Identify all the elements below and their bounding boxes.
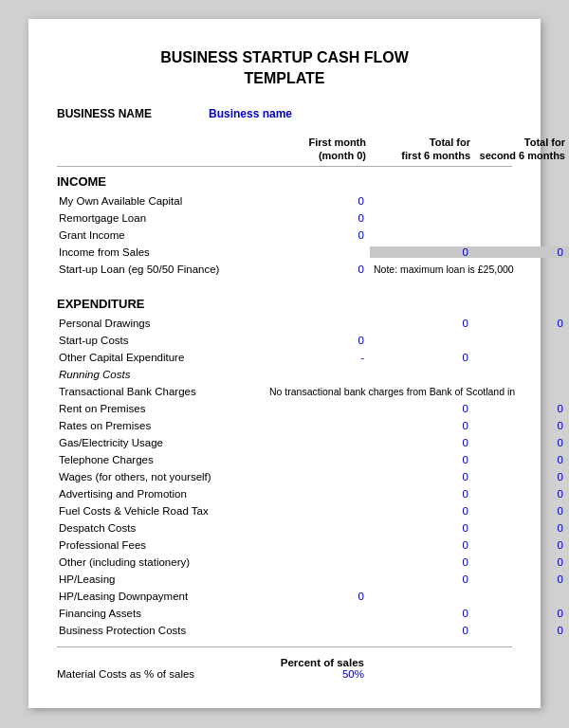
business-name-row: BUSINESS NAME Business name — [57, 107, 512, 120]
business-name-label: BUSINESS NAME — [57, 107, 209, 120]
table-row: Wages (for others, not yourself)00 — [57, 468, 512, 485]
row-label: Despatch Costs — [57, 522, 266, 534]
row-label: Personal Drawings — [57, 318, 266, 329]
table-row: Gas/Electricity Usage00 — [57, 434, 512, 451]
loan-note: Note: maximum loan is £25,000 — [370, 264, 569, 275]
material-costs-value[interactable]: 50% — [266, 668, 370, 680]
data-cell-col3[interactable]: 0 — [370, 539, 474, 551]
row-label: Start-up Costs — [57, 335, 266, 346]
row-label: Financing Assets — [57, 608, 266, 619]
row-label: Remortgage Loan — [57, 212, 266, 224]
data-cell-col3[interactable]: 0 — [370, 454, 474, 465]
page: BUSINESS STARTUP CASH FLOW TEMPLATE BUSI… — [28, 19, 541, 708]
data-cell-col3[interactable]: 0 — [370, 573, 474, 585]
column-headers: First month (month 0) Total for first 6 … — [57, 136, 512, 163]
data-cell-col3[interactable]: 0 — [370, 625, 474, 636]
percent-section: Percent of sales Material Costs as % of … — [57, 657, 512, 680]
data-cell-col3[interactable]: 0 — [370, 420, 474, 431]
table-row: Income from Sales00 — [57, 244, 512, 261]
data-cell-col4[interactable]: 0 — [474, 403, 569, 414]
row-label: HP/Leasing Downpayment — [57, 591, 266, 602]
table-row: Transactional Bank ChargesNo transaction… — [57, 383, 512, 400]
table-row: Remortgage Loan0 — [57, 209, 512, 227]
data-cell-col3[interactable]: 0 — [370, 471, 474, 482]
data-cell-col4[interactable]: 0 — [474, 454, 569, 465]
data-cell-col4[interactable]: 0 — [474, 608, 569, 619]
data-cell-col3[interactable]: 0 — [370, 522, 474, 534]
table-row: Rent on Premises00 — [57, 400, 512, 417]
table-row: Other (including stationery)00 — [57, 554, 512, 571]
row-label: Fuel Costs & Vehicle Road Tax — [57, 505, 266, 517]
percent-of-sales-header: Percent of sales — [266, 657, 370, 668]
table-row: Grant Income0 — [57, 227, 512, 244]
row-label: HP/Leasing — [57, 573, 266, 585]
row-label: Other Capital Expenditure — [57, 352, 266, 363]
data-cell-col3[interactable]: 0 — [370, 352, 474, 363]
row-label: Professional Fees — [57, 539, 266, 551]
data-cell-col4[interactable]: 0 — [474, 522, 569, 534]
table-row: Other Capital Expenditure-0 — [57, 349, 512, 366]
data-cell-col4[interactable]: 0 — [474, 488, 569, 500]
data-cell-col4[interactable]: 0 — [474, 539, 569, 551]
col1-header — [57, 136, 266, 163]
col4-header: Total for second 6 months — [474, 136, 569, 163]
data-cell-col2[interactable]: - — [266, 352, 370, 363]
table-row: Telephone Charges00 — [57, 451, 512, 468]
table-row: HP/Leasing Downpayment0 — [57, 588, 512, 605]
table-row: Professional Fees00 — [57, 537, 512, 554]
table-row: Start-up Costs0 — [57, 332, 512, 349]
table-row: Financing Assets00 — [57, 605, 512, 622]
business-name-value[interactable]: Business name — [209, 107, 292, 120]
data-cell-col3[interactable]: 0 — [370, 246, 474, 258]
data-cell-col4[interactable]: 0 — [474, 573, 569, 585]
row-label: Gas/Electricity Usage — [57, 437, 266, 448]
row-label: Start-up Loan (eg 50/50 Finance) — [57, 264, 266, 275]
data-cell-col2[interactable]: 0 — [266, 212, 370, 224]
table-row: My Own Available Capital0 — [57, 192, 512, 209]
table-row: Advertising and Promotion00 — [57, 485, 512, 502]
data-cell-col3[interactable]: 0 — [370, 403, 474, 414]
data-cell-col2[interactable]: 0 — [266, 229, 370, 241]
row-label: Income from Sales — [57, 246, 266, 258]
data-cell-col3[interactable]: 0 — [370, 437, 474, 448]
data-cell-col4[interactable]: 0 — [474, 471, 569, 482]
table-row: Fuel Costs & Vehicle Road Tax00 — [57, 502, 512, 519]
data-cell-col2[interactable]: 0 — [266, 591, 370, 602]
table-row: HP/Leasing00 — [57, 571, 512, 588]
table-row: Start-up Loan (eg 50/50 Finance)0Note: m… — [57, 261, 512, 278]
income-section-title: INCOME — [57, 174, 512, 189]
data-cell-col2[interactable]: 0 — [266, 335, 370, 346]
data-cell-col2[interactable]: 0 — [266, 264, 370, 275]
row-label: Advertising and Promotion — [57, 488, 266, 500]
data-cell-col4[interactable]: 0 — [474, 625, 569, 636]
data-cell-col4[interactable]: 0 — [474, 505, 569, 517]
table-row: Personal Drawings00 — [57, 315, 512, 332]
percent-label-spacer — [57, 657, 266, 668]
col2-header: First month (month 0) — [266, 136, 370, 163]
table-row: Running Costs — [57, 366, 512, 383]
bank-charges-note: No transactional bank charges from Bank … — [266, 386, 569, 397]
row-label: Wages (for others, not yourself) — [57, 471, 266, 482]
col3-header: Total for first 6 months — [370, 136, 474, 163]
row-label: Other (including stationery) — [57, 556, 266, 568]
page-title: BUSINESS STARTUP CASH FLOW TEMPLATE — [57, 47, 512, 90]
data-cell-col2[interactable]: 0 — [266, 195, 370, 207]
data-cell-col4[interactable]: 0 — [474, 437, 569, 448]
data-cell-col3[interactable]: 0 — [370, 318, 474, 329]
data-cell-col4[interactable]: 0 — [474, 556, 569, 568]
row-label: Transactional Bank Charges — [57, 386, 266, 397]
data-cell-col3[interactable]: 0 — [370, 488, 474, 500]
data-cell-col4[interactable]: 0 — [474, 318, 569, 329]
data-cell-col4[interactable]: 0 — [474, 420, 569, 431]
expenditure-section-title: EXPENDITURE — [57, 297, 512, 311]
data-cell-col3[interactable]: 0 — [370, 505, 474, 517]
data-cell-col4[interactable]: 0 — [474, 246, 569, 258]
material-costs-label: Material Costs as % of sales — [57, 668, 266, 680]
data-cell-col3[interactable]: 0 — [370, 608, 474, 619]
row-label: My Own Available Capital — [57, 195, 266, 207]
table-row: Business Protection Costs00 — [57, 622, 512, 639]
data-cell-col3[interactable]: 0 — [370, 556, 474, 568]
row-label: Rent on Premises — [57, 403, 266, 414]
row-label: Rates on Premises — [57, 420, 266, 431]
row-label: Business Protection Costs — [57, 625, 266, 636]
